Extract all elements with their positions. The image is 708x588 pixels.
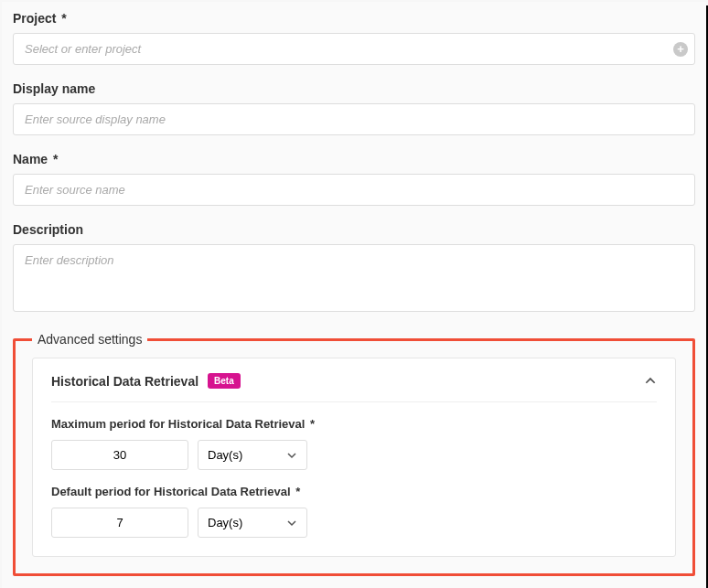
name-field-group: Name * bbox=[13, 152, 695, 206]
max-period-label-text: Maximum period for Historical Data Retri… bbox=[51, 417, 305, 431]
description-label: Description bbox=[13, 222, 695, 237]
name-label-text: Name bbox=[13, 152, 48, 166]
historical-section: Historical Data Retrieval Beta Maximum p… bbox=[32, 358, 676, 557]
project-label-text: Project bbox=[13, 11, 56, 26]
default-period-unit-label: Day(s) bbox=[208, 516, 242, 529]
project-field-group: Project * + bbox=[13, 11, 695, 65]
display-name-input[interactable] bbox=[13, 103, 695, 135]
default-period-field: Default period for Historical Data Retri… bbox=[51, 485, 657, 538]
description-input[interactable] bbox=[13, 244, 695, 312]
project-input-wrap: + bbox=[13, 33, 695, 65]
historical-title-wrap: Historical Data Retrieval Beta bbox=[51, 373, 241, 389]
max-period-value-input[interactable] bbox=[51, 440, 188, 470]
form-page: Project * + Display name Name * Descript… bbox=[2, 2, 706, 588]
display-name-label: Display name bbox=[13, 81, 695, 96]
historical-title: Historical Data Retrieval bbox=[51, 374, 198, 389]
project-label: Project * bbox=[13, 11, 695, 26]
required-mark: * bbox=[310, 417, 315, 431]
max-period-row: Day(s) bbox=[51, 440, 657, 470]
max-period-label: Maximum period for Historical Data Retri… bbox=[51, 417, 657, 431]
project-input[interactable] bbox=[13, 33, 695, 65]
chevron-down-icon bbox=[286, 450, 297, 461]
name-label: Name * bbox=[13, 152, 695, 166]
chevron-up-icon[interactable] bbox=[644, 375, 657, 388]
historical-section-header[interactable]: Historical Data Retrieval Beta bbox=[51, 373, 657, 402]
required-mark: * bbox=[295, 485, 300, 498]
required-mark: * bbox=[53, 152, 58, 166]
display-name-field-group: Display name bbox=[13, 81, 695, 135]
default-period-label-text: Default period for Historical Data Retri… bbox=[51, 485, 291, 498]
default-period-unit-select[interactable]: Day(s) bbox=[198, 508, 307, 538]
default-period-value-input[interactable] bbox=[51, 508, 188, 538]
advanced-settings-legend: Advanced settings bbox=[32, 332, 147, 347]
name-input[interactable] bbox=[13, 174, 695, 206]
chevron-down-icon bbox=[286, 518, 297, 529]
plus-icon[interactable]: + bbox=[673, 42, 688, 57]
max-period-unit-label: Day(s) bbox=[208, 448, 242, 462]
default-period-label: Default period for Historical Data Retri… bbox=[51, 485, 657, 498]
max-period-unit-select[interactable]: Day(s) bbox=[198, 440, 307, 470]
required-mark: * bbox=[61, 11, 66, 26]
description-field-group: Description bbox=[13, 222, 695, 315]
default-period-row: Day(s) bbox=[51, 508, 657, 538]
max-period-field: Maximum period for Historical Data Retri… bbox=[51, 417, 657, 470]
beta-badge: Beta bbox=[208, 373, 241, 389]
advanced-settings-fieldset: Advanced settings Historical Data Retrie… bbox=[13, 332, 695, 576]
